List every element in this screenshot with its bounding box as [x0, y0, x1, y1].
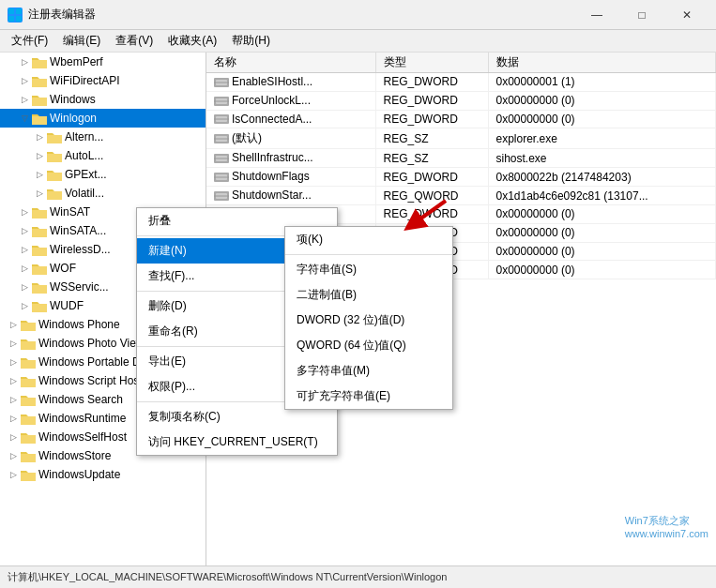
close-button[interactable]: ✕: [665, 0, 708, 30]
reg-data-cell: 0x1d1ab4c6e092c81 (13107...: [488, 187, 716, 205]
main-content: ▷ WbemPerf ▷ WiFiDirectAPI ▷ Windows ▽ W…: [0, 53, 716, 565]
tree-label: Windows Script Host: [38, 374, 143, 387]
reg-data-cell: 0x00000000 (0): [488, 223, 716, 242]
expand-icon: ▷: [19, 300, 30, 311]
svg-rect-1: [16, 8, 22, 14]
menu-file[interactable]: 文件(F): [4, 31, 55, 51]
table-row[interactable]: ShellInfrastruc...REG_SZsihost.exe: [206, 149, 716, 168]
tree-label: WbemPerf: [50, 55, 103, 68]
tree-label: GPExt...: [65, 168, 107, 181]
window-controls: — □ ✕: [575, 0, 708, 30]
expand-icon: ▷: [19, 206, 30, 218]
tree-label: AutoL...: [65, 149, 103, 162]
minimize-button[interactable]: —: [575, 0, 618, 30]
reg-data-cell: 0x00000000 (0): [488, 242, 716, 261]
sub-expandstring[interactable]: 可扩充字符串值(E): [285, 384, 452, 409]
expand-icon: ▷: [8, 375, 19, 386]
tree-label: WUDF: [50, 299, 84, 312]
expand-icon: ▷: [8, 450, 19, 461]
app-icon: [8, 8, 23, 23]
reg-type-cell: REG_DWORD: [375, 110, 488, 128]
expand-icon: ▷: [19, 94, 30, 105]
col-type: 类型: [375, 53, 488, 73]
sub-dword[interactable]: DWORD (32 位)值(D): [285, 308, 452, 333]
sub-multistring[interactable]: 多字符串值(M): [285, 358, 452, 384]
expand-icon: ▷: [34, 188, 45, 199]
tree-item-autol[interactable]: ▷ AutoL...: [0, 146, 206, 165]
expand-icon: ▷: [34, 150, 45, 161]
expand-icon: ▷: [19, 56, 30, 68]
expand-icon: ▷: [8, 338, 19, 349]
sub-binary[interactable]: 二进制值(B): [285, 282, 452, 308]
tree-label: Altern...: [65, 130, 103, 143]
tree-label: Windows Search: [38, 393, 123, 406]
reg-name-cell: ForceUnlockL...: [206, 91, 375, 110]
reg-name-cell: ShutdownFlags: [206, 168, 375, 187]
tree-label: WiFiDirectAPI: [50, 74, 120, 87]
reg-data-cell: 0x00000000 (0): [488, 204, 716, 223]
tree-item-windows[interactable]: ▷ Windows: [0, 90, 206, 109]
reg-type-cell: REG_SZ: [375, 149, 488, 168]
tree-label: WinSATA...: [50, 224, 106, 237]
expand-icon: ▷: [19, 75, 30, 86]
tree-label: Windows: [50, 93, 96, 106]
sub-qword[interactable]: QWORD (64 位)值(Q): [285, 333, 452, 358]
menu-edit[interactable]: 编辑(E): [55, 31, 108, 51]
menu-help[interactable]: 帮助(H): [224, 31, 278, 51]
red-arrow-indicator: [394, 191, 450, 238]
reg-data-cell: 0x8000022b (2147484203): [488, 168, 716, 187]
table-row[interactable]: ShutdownFlagsREG_DWORD0x8000022b (214748…: [206, 168, 716, 187]
expand-icon: ▷: [19, 225, 30, 236]
tree-item-winlogon[interactable]: ▽ Winlogon: [0, 109, 206, 128]
expand-icon: ▷: [8, 413, 19, 424]
table-row[interactable]: ForceUnlockL...REG_DWORD0x00000000 (0): [206, 91, 716, 110]
expand-icon: ▷: [8, 469, 19, 480]
tree-item-wbemperf[interactable]: ▷ WbemPerf: [0, 53, 206, 71]
tree-label: Winlogon: [50, 112, 97, 125]
reg-name-cell: (默认): [206, 128, 375, 149]
expand-icon: ▷: [19, 244, 30, 255]
expand-icon: ▷: [19, 263, 30, 274]
reg-data-cell: 0x00000000 (0): [488, 261, 716, 279]
reg-name-cell: EnableSIHostl...: [206, 73, 375, 92]
reg-data-cell: 0x00000000 (0): [488, 110, 716, 128]
reg-type-cell: REG_DWORD: [375, 73, 488, 92]
reg-data-cell: explorer.exe: [488, 128, 716, 149]
svg-line-38: [413, 201, 446, 224]
col-name: 名称: [206, 53, 375, 73]
tree-label: WindowsRuntime: [38, 412, 126, 425]
menu-favorites[interactable]: 收藏夹(A): [160, 31, 224, 51]
tree-label: WSServic...: [50, 280, 109, 294]
menu-view[interactable]: 查看(V): [108, 31, 160, 51]
table-row[interactable]: IsConnectedA...REG_DWORD0x00000000 (0): [206, 110, 716, 128]
sub-string[interactable]: 字符串值(S): [285, 257, 452, 282]
window-title: 注册表编辑器: [28, 7, 575, 23]
reg-name-cell: ShutdownStar...: [206, 187, 375, 205]
status-bar: 计算机\HKEY_LOCAL_MACHINE\SOFTWARE\Microsof…: [0, 565, 716, 588]
expand-icon: ▷: [8, 431, 19, 443]
reg-data-cell: 0x00000000 (0): [488, 91, 716, 110]
tree-label: WindowsUpdate: [38, 468, 120, 481]
status-path: 计算机\HKEY_LOCAL_MACHINE\SOFTWARE\Microsof…: [8, 570, 447, 584]
tree-label: WinSAT: [50, 205, 90, 219]
reg-data-cell: 0x00000001 (1): [488, 73, 716, 92]
tree-item-altern[interactable]: ▷ Altern...: [0, 128, 206, 146]
svg-rect-0: [8, 8, 14, 14]
expand-icon: ▷: [8, 319, 19, 330]
ctx-hkcu[interactable]: 访问 HKEY_CURRENT_USER(T): [137, 430, 337, 455]
table-row[interactable]: (默认)REG_SZexplorer.exe: [206, 128, 716, 149]
tree-item-wifidirectapi[interactable]: ▷ WiFiDirectAPI: [0, 71, 206, 90]
table-row[interactable]: ShutdownStar...REG_QWORD0x1d1ab4c6e092c8…: [206, 187, 716, 205]
expand-icon: ▷: [34, 169, 45, 180]
expand-icon: ▷: [19, 281, 30, 293]
tree-item-windowsupdate[interactable]: ▷ WindowsUpdate: [0, 465, 206, 484]
reg-name-cell: IsConnectedA...: [206, 110, 375, 128]
tree-item-gpext[interactable]: ▷ GPExt...: [0, 165, 206, 184]
tree-item-volatil[interactable]: ▷ Volatil...: [0, 184, 206, 203]
tree-label: WindowsSelfHost: [38, 430, 127, 444]
tree-label: WOF: [50, 262, 76, 275]
maximize-button[interactable]: □: [620, 0, 663, 30]
reg-data-cell: sihost.exe: [488, 149, 716, 168]
tree-label: Volatil...: [65, 187, 104, 200]
table-row[interactable]: EnableSIHostl...REG_DWORD0x00000001 (1): [206, 73, 716, 92]
